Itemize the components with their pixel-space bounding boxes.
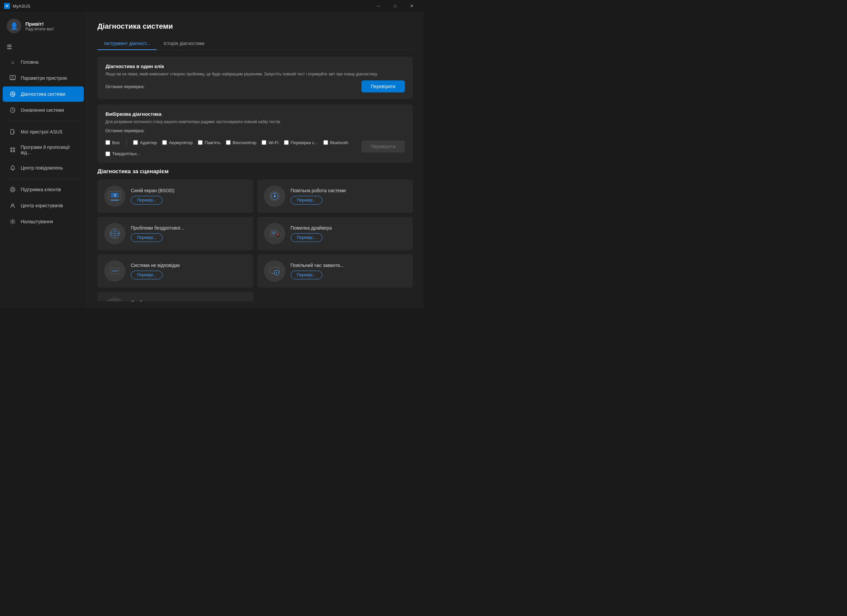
sidebar-item-settings[interactable]: Налаштування (3, 214, 84, 229)
sidebar-item-device-settings[interactable]: Параметри пристрою (3, 71, 84, 86)
sidebar-item-diagnostics[interactable]: Діагностика системи (3, 87, 84, 102)
settings-icon (9, 218, 16, 225)
checkbox-all[interactable]: Все (105, 140, 120, 145)
svg-point-31 (275, 233, 280, 238)
sidebar-item-updates[interactable]: Оновлення системи (3, 102, 84, 118)
scenario-name-driver-error: Помилка драйвера (291, 225, 332, 231)
selective-last-check: Остання перевірка: (105, 128, 405, 133)
checkbox-fan-label: Вентилятор (233, 140, 256, 145)
checkbox-check-s[interactable]: Перевірка с... (284, 140, 318, 145)
svg-point-15 (12, 221, 14, 223)
scenario-info-wireless: Проблеми бездротовог... Перевірі... (131, 225, 184, 242)
scenario-button-wireless[interactable]: Перевірі... (131, 233, 162, 242)
minimize-button[interactable]: ─ (371, 0, 386, 12)
titlebar-left: M MyASUS (4, 3, 30, 9)
checkbox-memory-input[interactable] (198, 140, 202, 145)
tab-tool[interactable]: Інструмент діагност... (97, 37, 157, 50)
scenario-card-slow-system: Повільна робота системи Перевірі... (257, 180, 413, 213)
my-asus-icon (9, 128, 16, 135)
checkbox-adapter-input[interactable] (133, 140, 138, 145)
svg-rect-9 (13, 147, 15, 149)
scenario-name-wireless: Проблеми бездротовог... (131, 225, 184, 231)
checkbox-all-input[interactable] (105, 140, 110, 145)
tabs: Інструмент діагност... Історія діагности… (97, 37, 413, 50)
svg-rect-2 (11, 77, 14, 78)
scenario-icon-slow-boot (264, 260, 285, 281)
checkbox-battery-label: Акумулятор (169, 140, 193, 145)
sidebar-item-label-myasus: Мої пристрої ASUS (21, 129, 62, 134)
checkbox-ssd[interactable]: Твердотільн... (105, 151, 140, 156)
checkbox-group: Все Адаптер Акумулятор (105, 139, 362, 156)
checkbox-check-s-input[interactable] (284, 140, 289, 145)
sidebar-item-label-usercenter: Центр користувачів (21, 203, 63, 208)
selective-desc: Для розуміння поточного стану вашого ком… (105, 119, 405, 125)
checkbox-ssd-label: Твердотільн... (112, 151, 140, 156)
scenario-card-wireless: Проблеми бездротовог... Перевірі... (97, 217, 253, 250)
sidebar-item-home[interactable]: ⌂ Головна (3, 55, 84, 70)
notifications-icon (9, 165, 16, 171)
profile-section: 👤 Привіт! Раді вітати вас! (0, 12, 86, 40)
scenario-info-slow-boot: Повільний час заванта... Перевірі... (291, 262, 344, 279)
checkbox-ssd-input[interactable] (105, 152, 110, 156)
one-click-title: Діагностика в один клік (105, 63, 405, 69)
one-click-desc: Якщо ви не певні, який компонент створює… (105, 71, 405, 77)
scenario-button-driver-error[interactable]: Перевірі... (291, 233, 322, 242)
checkbox-bluetooth[interactable]: Bluetooth (323, 140, 348, 145)
checkbox-bluetooth-label: Bluetooth (330, 140, 348, 145)
updates-icon (9, 107, 16, 113)
scenario-name-slow-system: Повільна робота системи (291, 188, 346, 193)
svg-point-34 (114, 270, 115, 272)
scenario-title: Діагностика за сценарієм (97, 168, 413, 175)
checkbox-fan[interactable]: Вентилятор (226, 140, 256, 145)
one-click-check-button[interactable]: Перевірити (362, 80, 405, 93)
sidebar-item-notifications[interactable]: Центр повідомлень (3, 160, 84, 175)
scenario-button-no-response[interactable]: Перевірі... (131, 271, 162, 279)
svg-rect-11 (13, 150, 15, 152)
scenario-info-driver-error: Помилка драйвера Перевірі... (291, 225, 332, 242)
nav-divider-2 (7, 178, 80, 179)
sidebar-item-my-asus[interactable]: Мої пристрої ASUS (3, 124, 84, 140)
checkbox-battery-input[interactable] (162, 140, 167, 145)
scenario-button-bsod[interactable]: Перевірі... (131, 196, 162, 205)
selective-check-button[interactable]: Перевірити (362, 140, 405, 152)
scenario-info-no-response: Система не відповідає Перевірі... (131, 262, 180, 279)
sidebar-item-apps[interactable]: Програми й пропозиції від... (3, 140, 84, 159)
scenario-info-battery: Проблеми акумулятора Перевірі... (131, 300, 182, 301)
scenario-button-slow-boot[interactable]: Перевірі... (291, 271, 322, 279)
checkbox-memory[interactable]: Пам'ять (198, 140, 221, 145)
selective-card: Вибіркова діагностика Для розуміння пото… (97, 105, 413, 163)
checkbox-adapter[interactable]: Адаптер (133, 140, 157, 145)
tab-history[interactable]: Історія діагностики (157, 37, 211, 50)
svg-rect-10 (10, 150, 12, 152)
checkbox-adapter-label: Адаптер (140, 140, 157, 145)
svg-point-14 (12, 204, 14, 206)
checkbox-wifi[interactable]: Wi-Fi (262, 140, 278, 145)
one-click-row: Остання перевірка: Перевірити (105, 80, 405, 93)
close-button[interactable]: ✕ (404, 0, 419, 12)
checkbox-battery[interactable]: Акумулятор (162, 140, 193, 145)
home-icon: ⌂ (9, 59, 16, 65)
scenario-name-no-response: Система не відповідає (131, 262, 180, 268)
scenario-icon-no-response (104, 260, 125, 281)
checkbox-memory-label: Пам'ять (205, 140, 221, 145)
greeting-text: Привіт! (25, 21, 54, 27)
checkbox-wifi-label: Wi-Fi (268, 140, 278, 145)
sidebar: 👤 Привіт! Раді вітати вас! ☰ ⌂ Головна (0, 12, 87, 308)
scenario-info-bsod: Синій екран (BSOD) Перевірі... (131, 188, 174, 205)
checkbox-wifi-input[interactable] (262, 140, 266, 145)
checkbox-fan-input[interactable] (226, 140, 230, 145)
checkbox-bluetooth-input[interactable] (323, 140, 328, 145)
titlebar: M MyASUS ─ □ ✕ (0, 0, 424, 12)
scenario-button-slow-system[interactable]: Перевірі... (291, 196, 322, 205)
maximize-button[interactable]: □ (387, 0, 403, 12)
sidebar-item-support[interactable]: Підтримка клієнтів (3, 182, 84, 197)
app-logo: M (4, 3, 10, 9)
svg-point-35 (116, 270, 118, 272)
sidebar-item-label-device: Параметри пристрою (21, 75, 67, 81)
svg-point-6 (12, 133, 13, 134)
sidebar-item-label-updates: Оновлення системи (21, 108, 64, 113)
scenario-icon-bsod: :( (104, 186, 125, 207)
sidebar-item-user-center[interactable]: Центр користувачів (3, 198, 84, 213)
scenario-name-battery: Проблеми акумулятора (131, 300, 182, 301)
hamburger-button[interactable]: ☰ (0, 40, 86, 54)
